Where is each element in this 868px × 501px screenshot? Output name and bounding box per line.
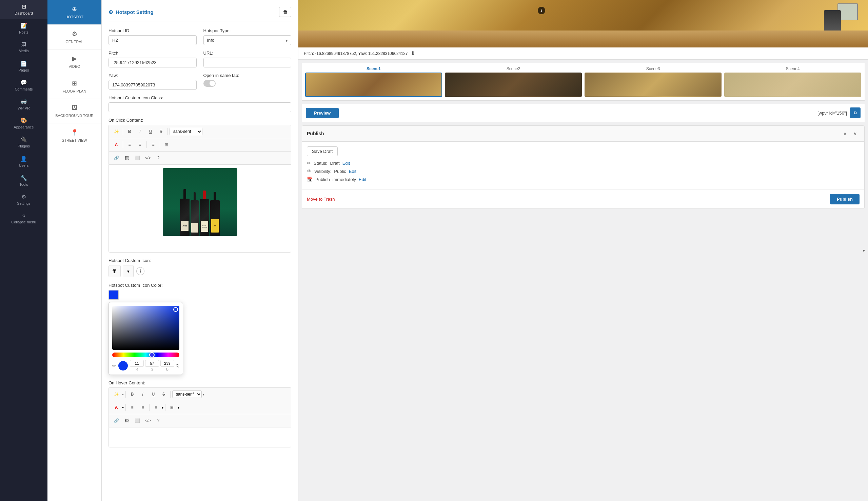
copy-shortcode-button[interactable]: ⧉: [850, 107, 860, 118]
toolbar-code-btn[interactable]: </>: [143, 153, 152, 162]
publish-status-edit-link[interactable]: Edit: [342, 161, 350, 166]
toolbar-font-select[interactable]: sans-serif serif monospace: [170, 128, 202, 135]
toolbar-link-btn[interactable]: 🔗: [112, 153, 121, 162]
hover-toolbar-magic-btn[interactable]: ✨: [112, 390, 121, 398]
hover-toolbar-media-btn[interactable]: ⬜: [133, 416, 142, 425]
publish-when-edit-link[interactable]: Edit: [359, 177, 366, 182]
sidebar-item-settings[interactable]: ⚙ Settings: [0, 190, 47, 209]
sidebar-item-pages[interactable]: 📄 Pages: [0, 57, 47, 76]
toolbar-ordered-list-btn[interactable]: ≡: [135, 140, 145, 149]
custom-icon-dropdown-btn[interactable]: ▾: [124, 265, 134, 277]
open-same-tab-toggle[interactable]: [203, 80, 216, 87]
custom-icon-class-input[interactable]: [108, 103, 291, 112]
tab-background-tour-label: BACKGROUND TOUR: [55, 114, 94, 118]
toolbar-bullet-list-btn[interactable]: ≡: [125, 140, 134, 149]
color-swatch[interactable]: [108, 290, 119, 300]
sidebar-item-posts[interactable]: 📝 Posts: [0, 19, 47, 38]
toolbar-underline-btn[interactable]: U: [146, 127, 155, 136]
hue-handle[interactable]: [149, 352, 155, 358]
hover-toolbar-link-btn[interactable]: 🔗: [112, 416, 121, 425]
sidebar-item-dashboard[interactable]: ⊞ Dashboard: [0, 0, 47, 19]
publish-collapse-down-btn[interactable]: ∨: [851, 129, 859, 138]
hover-toolbar-underline-btn[interactable]: U: [148, 390, 158, 398]
hotspot-id-input[interactable]: [108, 35, 197, 45]
scene-item-4[interactable]: Scene4: [724, 66, 861, 97]
sidebar-item-appearance[interactable]: 🎨 Appearance: [0, 114, 47, 133]
pitch-label: Pitch:: [108, 51, 197, 56]
sidebar-item-users[interactable]: 👤 Users: [0, 152, 47, 171]
scene-item-1[interactable]: Scene1: [305, 66, 442, 97]
hotspot-marker-icon: ℹ: [540, 8, 542, 13]
sidebar-item-media[interactable]: 🖼 Media: [0, 38, 47, 57]
publish-collapse-up-btn[interactable]: ∧: [840, 129, 849, 138]
toolbar-image-btn[interactable]: 🖼: [122, 153, 131, 162]
color-hue-bar[interactable]: [112, 353, 179, 357]
toolbar-media-btn[interactable]: ⬜: [133, 153, 142, 162]
scene2-thumb[interactable]: [445, 73, 582, 97]
sidebar-item-plugins[interactable]: 🔌 Plugins: [0, 133, 47, 152]
tab-hotspot[interactable]: ⊕ HOTSPOT: [47, 0, 102, 25]
tab-video[interactable]: ▶ VIDEO: [47, 50, 102, 74]
tab-background-tour[interactable]: 🖼 BACKGROUND TOUR: [47, 99, 102, 124]
delete-hotspot-button[interactable]: 🗑: [279, 7, 291, 17]
sidebar-item-collapse[interactable]: « Collapse menu: [0, 209, 47, 228]
color-edit-icon[interactable]: ✏: [112, 363, 116, 369]
hover-toolbar-help-btn[interactable]: ?: [154, 416, 163, 425]
publish-when-value: immediately: [332, 177, 356, 182]
rgb-r-input[interactable]: [130, 360, 144, 367]
pitch-yaw-text: Pitch: -16.826896491878752, Yaw: 151.282…: [304, 51, 408, 56]
hover-toolbar-table-btn[interactable]: ⊞: [167, 403, 177, 412]
publish-button[interactable]: Publish: [830, 194, 859, 204]
publish-visibility-edit-link[interactable]: Edit: [349, 169, 356, 174]
hover-toolbar-color-btn[interactable]: A: [112, 403, 121, 412]
custom-icon-row: Hotspot Custom Icon: 🗑 ▾ ℹ: [108, 258, 291, 277]
hotspot-type-select[interactable]: Info URL Image Video: [203, 35, 292, 45]
sidebar-item-tools[interactable]: 🔧 Tools: [0, 171, 47, 190]
toolbar-magic-btn[interactable]: ✨: [112, 127, 121, 136]
tab-street-view[interactable]: 📍 STREET VIEW: [47, 124, 102, 148]
scene3-thumb[interactable]: [584, 73, 721, 97]
toolbar-help-btn[interactable]: ?: [154, 153, 163, 162]
rgb-format-toggle[interactable]: ⇅: [176, 360, 179, 371]
toolbar-italic-btn[interactable]: I: [135, 127, 145, 136]
scene1-thumb[interactable]: [305, 73, 442, 97]
on-click-editor-content[interactable]: JONS: [108, 164, 291, 253]
sidebar-item-wvpr[interactable]: 🥽 WP VR: [0, 95, 47, 114]
toolbar-table-btn[interactable]: ⊞: [162, 140, 171, 149]
rgb-b-input[interactable]: [160, 360, 174, 367]
hover-toolbar-font-select[interactable]: sans-serif: [172, 391, 202, 398]
pitch-input[interactable]: [108, 57, 197, 67]
toolbar-strikethrough-btn[interactable]: S̶: [156, 127, 166, 136]
hover-toolbar-italic-btn[interactable]: I: [138, 390, 148, 398]
publish-body: Save Draft ✏ Status: Draft Edit 👁 Visibi…: [302, 142, 864, 190]
scene-item-3[interactable]: Scene3: [584, 66, 721, 97]
scene-item-2[interactable]: Scene2: [445, 66, 582, 97]
hover-toolbar-strike-btn[interactable]: S̶: [159, 390, 169, 398]
preview-button[interactable]: Preview: [306, 108, 339, 118]
toolbar-text-color-btn[interactable]: A: [112, 140, 121, 149]
color-gradient-area[interactable]: [112, 306, 179, 350]
hover-toolbar-bold-btn[interactable]: B: [127, 390, 137, 398]
custom-icon-info-btn[interactable]: ℹ: [136, 267, 145, 275]
hover-toolbar-bullet-btn[interactable]: ≡: [127, 403, 137, 412]
rgb-g-input[interactable]: [145, 360, 159, 367]
hover-toolbar-image-btn[interactable]: 🖼: [122, 416, 131, 425]
toolbar-bold-btn[interactable]: B: [125, 127, 134, 136]
pitch-yaw-download-btn[interactable]: ⬇: [411, 50, 415, 57]
yaw-input[interactable]: [108, 80, 197, 90]
toolbar-align-btn[interactable]: ≡: [148, 140, 158, 149]
gradient-circle-handle[interactable]: [173, 307, 178, 312]
hover-toolbar-ordered-btn[interactable]: ≡: [138, 403, 148, 412]
tab-general[interactable]: ⚙ GENERAL: [47, 25, 102, 50]
plugins-icon: 🔌: [20, 136, 27, 143]
url-input[interactable]: [203, 57, 292, 67]
hover-toolbar-align-btn[interactable]: ≡: [151, 403, 161, 412]
sidebar-item-comments[interactable]: 💬 Comments: [0, 76, 47, 95]
scene4-thumb[interactable]: [724, 73, 861, 97]
sidebar-item-label: Media: [19, 49, 29, 53]
hover-toolbar-code-btn[interactable]: </>: [143, 416, 152, 425]
move-to-trash-link[interactable]: Move to Trash: [307, 196, 335, 202]
save-draft-button[interactable]: Save Draft: [307, 147, 338, 156]
on-hover-editor-content[interactable]: [108, 427, 291, 447]
tab-floor-plan[interactable]: ⊞ FLOOR PLAN: [47, 74, 102, 99]
